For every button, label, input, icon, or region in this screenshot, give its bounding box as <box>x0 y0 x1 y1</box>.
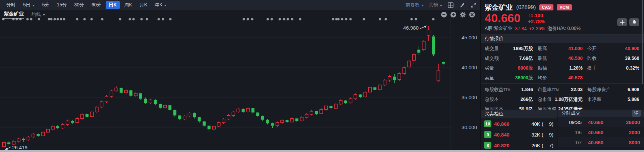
period-button[interactable]: 周K <box>121 1 135 9</box>
quote-label: 总市值 <box>538 97 552 103</box>
up-arrow-icon: ↑ <box>528 12 531 18</box>
candle-down <box>129 90 132 96</box>
candle-down <box>417 50 420 53</box>
gear-icon[interactable] <box>459 11 466 18</box>
panel-scrollbar[interactable] <box>642 0 643 152</box>
a-share-label: A股:紫金矿业 <box>485 26 513 32</box>
period-button[interactable]: 月K <box>137 1 150 9</box>
candle-up <box>349 99 352 103</box>
quote-label: 每股收益TTM <box>485 87 511 93</box>
candle-down <box>252 108 255 112</box>
candle-up <box>134 93 137 96</box>
order-book-row[interactable]: 1040.86040K ( 9) <box>481 118 557 129</box>
period-button[interactable]: 15分 <box>54 1 70 9</box>
candle-up <box>320 110 323 114</box>
candle-down <box>393 77 396 80</box>
zoom-out-icon[interactable] <box>440 11 447 18</box>
candle-down <box>198 117 201 121</box>
candle-down <box>86 114 89 117</box>
candle-up <box>276 123 279 126</box>
tick-time: :07 <box>561 140 582 145</box>
candle-up <box>61 124 64 128</box>
period-button[interactable]: 5日 <box>20 1 38 9</box>
period-label: 分时 <box>6 2 16 8</box>
period-toolbar: 分时5日5分15分30分60分日K周K月K年K 前复权 其他 <box>0 0 480 10</box>
candle-up <box>403 68 406 74</box>
candle-up <box>305 114 308 117</box>
time-sales-title: 分时成交 <box>561 110 580 116</box>
candle-up <box>32 134 35 137</box>
time-sales: 分时成交 详 09:3540.66026000:0640.6602000:074… <box>557 110 644 152</box>
candle-down <box>37 134 40 136</box>
quote-section-title: 行情报价 <box>481 34 644 43</box>
close-icon[interactable] <box>469 11 475 18</box>
candle-down <box>344 101 347 103</box>
more-dropdown[interactable]: 其他 <box>429 2 442 8</box>
quote-label: 均价 <box>538 75 547 81</box>
quote-grid: 成交量1895万股最高41.000今开40.900成交额7.69亿最低40.50… <box>481 43 644 83</box>
quote-cell: 每股收益TTM1.846 <box>485 87 538 93</box>
chevron-down-icon <box>43 14 45 16</box>
expand-icon[interactable] <box>470 2 477 8</box>
add-to-watchlist-button[interactable] <box>617 18 627 26</box>
cas-badge: CAS <box>539 4 554 10</box>
candle-up <box>227 115 230 119</box>
candle-up <box>310 111 313 114</box>
period-label: 年K <box>155 2 162 8</box>
ma-dropdown[interactable]: 均线 <box>32 11 45 17</box>
period-label: 日K <box>109 2 117 8</box>
level-badge: 10 <box>484 120 491 127</box>
grid-layout-icon[interactable] <box>447 2 454 8</box>
quote-value: 5.886 <box>628 97 639 103</box>
quote-cell: 总股本266亿 <box>485 97 538 103</box>
quote-value: 266亿 <box>521 97 533 103</box>
chevron-down-icon <box>440 5 442 6</box>
candle-up <box>232 112 235 116</box>
symbol-tab[interactable]: 紫金矿业 <box>3 10 24 19</box>
candle-up <box>110 91 113 96</box>
zoom-in-icon[interactable] <box>450 11 457 18</box>
candle-up <box>46 129 49 132</box>
order-book-rows: 1040.86040K ( 9)940.84032K ( 9)840.82026… <box>481 118 557 151</box>
candle-up <box>27 137 30 140</box>
quote-label: 总股本 <box>485 97 499 103</box>
candle-up <box>188 113 191 116</box>
quote-cell: 换手0.32% <box>587 65 640 71</box>
candlestick-chart[interactable]: 45.00040.00035.00030.00046.98026.419 <box>0 0 480 152</box>
stock-header: 紫金矿业 (02899) CAS VCM 40.660 ↑1.100 +2.78… <box>481 0 644 32</box>
order-book-row[interactable]: 940.84032K ( 9) <box>481 129 557 140</box>
level-price: 40.840 <box>494 132 509 138</box>
quote-value: 41.000 <box>568 46 583 52</box>
detail-button[interactable]: 详 <box>632 110 641 117</box>
period-button[interactable]: 年K <box>152 1 170 9</box>
candle-down <box>71 121 74 122</box>
period-button[interactable]: 60分 <box>89 1 105 9</box>
a-share-pct: +3.36% <box>529 26 545 31</box>
quote-cell: 昨收39.560 <box>587 55 640 62</box>
period-label: 30分 <box>74 2 84 8</box>
scrollbar-thumb[interactable] <box>642 0 643 84</box>
quote-cell: 成交量1895万股 <box>485 46 538 52</box>
candle-down <box>241 109 245 112</box>
stock-info-panel: 紫金矿业 (02899) CAS VCM 40.660 ↑1.100 +2.78… <box>481 0 644 152</box>
price-alert-button[interactable] <box>629 18 639 26</box>
period-button[interactable]: 5分 <box>39 1 53 9</box>
tick-price: 40.660 <box>582 119 610 125</box>
quote-label: 成交量 <box>485 46 499 52</box>
quote-row: 买量8000股振幅1.26%换手0.32% <box>485 63 640 73</box>
chart-subtoolbar: 紫金矿业 均线 <box>0 10 480 19</box>
high-annotation: 46.980 <box>403 25 419 31</box>
candle-up <box>378 85 381 90</box>
brush-icon[interactable] <box>459 2 465 8</box>
period-button[interactable]: 30分 <box>71 1 87 9</box>
level-price: 40.820 <box>494 143 509 148</box>
adjust-mode-dropdown[interactable]: 前复权 <box>406 2 424 8</box>
period-button[interactable]: 日K <box>106 1 120 9</box>
period-button[interactable]: 分时 <box>3 1 19 9</box>
bottom-resize-bar[interactable] <box>0 150 644 152</box>
candle-down <box>154 100 157 104</box>
quote-label: 每股净资产 <box>587 87 611 93</box>
level-badge: 9 <box>484 131 491 138</box>
order-book-row[interactable]: 840.82026K ( 7) <box>481 140 557 151</box>
candle-up <box>76 118 79 122</box>
